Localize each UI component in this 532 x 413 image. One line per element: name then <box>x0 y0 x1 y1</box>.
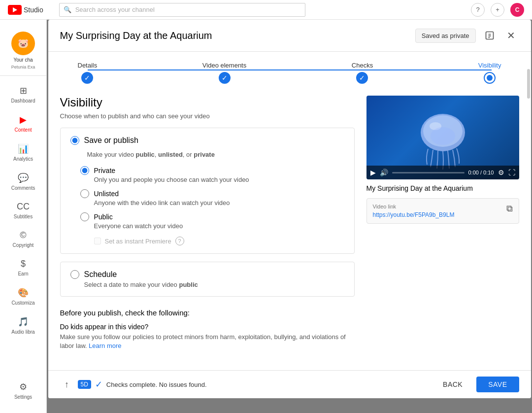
search-bar[interactable]: 🔍 Search across your channel <box>59 3 305 17</box>
sidebar-item-label: Settings <box>14 394 32 400</box>
close-button[interactable]: ✕ <box>503 28 519 43</box>
upload-modal: My Surprising Day at the Aquarium Saved … <box>48 20 531 398</box>
sidebar-item-copyright[interactable]: © Copyright <box>2 225 44 253</box>
checks-complete-icon: ✓ <box>95 379 102 390</box>
video-title-right: My Surprising Day at the Aquarium <box>366 184 519 192</box>
footer-left: ↑ 5D ✓ Checks complete. No issues found. <box>60 378 207 391</box>
schedule-option[interactable]: Schedule <box>70 270 344 279</box>
sidebar-item-customization[interactable]: 🎨 Customiza <box>2 282 44 310</box>
play-button[interactable]: ▶ <box>370 169 376 176</box>
back-button[interactable]: BACK <box>435 377 470 392</box>
step-checks-label: Checks <box>352 62 373 69</box>
modal-left-panel: Visibility Choose when to publish and wh… <box>60 92 366 370</box>
before-publish-title: Before you publish, check the following: <box>60 309 355 317</box>
video-settings-button[interactable]: ⚙ <box>498 169 504 176</box>
modal-title: My Surprising Day at the Aquarium <box>60 30 212 41</box>
video-thumbnail: ▶ 🔊 0:00 / 0:10 ⚙ ⛶ <box>366 96 519 179</box>
sidebar-item-content[interactable]: ▶ Content <box>2 109 44 138</box>
save-publish-radio[interactable] <box>70 136 79 145</box>
public-row[interactable]: Public <box>80 212 344 221</box>
private-radio[interactable] <box>80 166 89 175</box>
before-publish-section: Before you publish, check the following:… <box>60 305 355 362</box>
unlisted-row[interactable]: Unlisted <box>80 189 344 198</box>
private-label: Private <box>94 167 116 174</box>
publish-check-kids: Do kids appear in this video? Make sure … <box>60 323 355 350</box>
step-checks: Checks ✓ <box>352 62 373 84</box>
saved-badge: Saved as private <box>415 29 476 43</box>
create-button[interactable]: + <box>491 3 504 17</box>
info-icon <box>485 31 495 40</box>
schedule-container: Schedule Select a date to make your vide… <box>60 262 355 297</box>
step-visibility-circle <box>484 72 496 84</box>
channel-avatar[interactable]: 🐷 <box>11 32 35 55</box>
premiere-checkbox[interactable] <box>94 238 101 244</box>
info-button[interactable] <box>482 28 498 43</box>
sidebar-item-audio[interactable]: 🎵 Audio libra <box>2 311 44 340</box>
sidebar-item-analytics[interactable]: 📊 Analytics <box>2 138 44 167</box>
schedule-radio[interactable] <box>70 270 79 279</box>
premiere-help-icon[interactable]: ? <box>175 237 184 245</box>
upload-icon: ↑ <box>60 378 74 391</box>
schedule-label: Schedule <box>84 270 117 279</box>
sidebar-item-label: Content <box>14 127 32 133</box>
video-controls: ▶ 🔊 0:00 / 0:10 ⚙ ⛶ <box>366 166 519 179</box>
stepper: Details ✓ Video elements ✓ Checks <box>48 52 531 92</box>
sidebar-item-label: Comments <box>11 185 35 191</box>
step-video-elements: Video elements ✓ <box>202 62 246 84</box>
public-label: Public <box>94 213 113 221</box>
sidebar-item-earn[interactable]: $ Earn <box>2 254 44 281</box>
sidebar-item-label: Earn <box>18 271 28 276</box>
audio-icon: 🎵 <box>18 316 29 327</box>
settings-icon: ⚙ <box>19 381 27 392</box>
content-icon: ▶ <box>20 114 27 125</box>
sidebar-item-label: Audio libra <box>11 329 34 335</box>
save-button[interactable]: SAVE <box>476 377 519 392</box>
main-content: My Surprising Day at the Aquarium Saved … <box>47 20 532 413</box>
public-radio[interactable] <box>80 212 89 221</box>
learn-more-link[interactable]: Learn more <box>89 342 121 349</box>
sidebar-nav: ⊞ Dashboard ▶ Content 📊 Analytics 💬 Comm… <box>0 80 46 340</box>
copy-link-button[interactable]: ⧉ <box>506 204 513 214</box>
step-visibility-label: Visibility <box>478 62 501 69</box>
private-option: Private Only you and people you choose c… <box>80 166 344 183</box>
earn-icon: $ <box>21 259 26 269</box>
search-placeholder: Search across your channel <box>75 6 155 13</box>
private-row[interactable]: Private <box>80 166 344 175</box>
unlisted-label: Unlisted <box>94 190 119 198</box>
studio-label: Studio <box>24 6 43 14</box>
fullscreen-button[interactable]: ⛶ <box>508 169 515 176</box>
schedule-desc: Select a date to make your video public <box>84 281 344 288</box>
visibility-sub-options: Private Only you and people you choose c… <box>80 166 344 245</box>
sidebar-item-dashboard[interactable]: ⊞ Dashboard <box>2 80 44 108</box>
step-details-circle: ✓ <box>81 72 93 84</box>
youtube-icon <box>8 5 22 15</box>
sidebar-item-label: Analytics <box>13 156 33 162</box>
volume-button[interactable]: 🔊 <box>380 169 388 176</box>
modal-right-panel: ▶ 🔊 0:00 / 0:10 ⚙ ⛶ My Surprising Day at <box>366 92 519 370</box>
public-option: Public Everyone can watch your video Set… <box>80 212 344 245</box>
yt-logo[interactable]: Studio <box>8 5 43 15</box>
jellyfish-illustration <box>413 105 472 170</box>
save-publish-option[interactable]: Save or publish <box>70 136 344 145</box>
unlisted-radio[interactable] <box>80 189 89 198</box>
save-publish-container: Save or publish Make your video public, … <box>60 128 355 254</box>
help-button[interactable]: ? <box>471 3 485 17</box>
progress-bar[interactable] <box>392 172 465 173</box>
video-link-url[interactable]: https://youtu.be/F5PA9b_B9LM <box>373 211 455 218</box>
sidebar-item-settings[interactable]: ⚙ Settings <box>2 377 44 405</box>
user-avatar[interactable]: C <box>510 3 524 17</box>
video-link-section: Video link https://youtu.be/F5PA9b_B9LM … <box>366 198 519 224</box>
sidebar-item-comments[interactable]: 💬 Comments <box>2 168 44 196</box>
copyright-icon: © <box>20 230 26 241</box>
svg-point-7 <box>431 127 455 145</box>
step-video-elements-circle: ✓ <box>219 72 231 84</box>
sidebar-channel-area: 🐷 Your cha Petunia Exa <box>0 24 46 76</box>
step-details: Details ✓ <box>78 62 98 84</box>
modal-overlay: My Surprising Day at the Aquarium Saved … <box>47 20 532 413</box>
step-checks-circle: ✓ <box>356 72 368 84</box>
sidebar-item-subtitles[interactable]: CC Subtitles <box>2 197 44 224</box>
search-icon: 🔍 <box>64 6 71 13</box>
customization-icon: 🎨 <box>18 287 29 298</box>
premiere-label: Set as instant Premiere <box>105 238 171 245</box>
youtube-studio-background: Studio 🔍 Search across your channel ? + … <box>0 0 532 413</box>
